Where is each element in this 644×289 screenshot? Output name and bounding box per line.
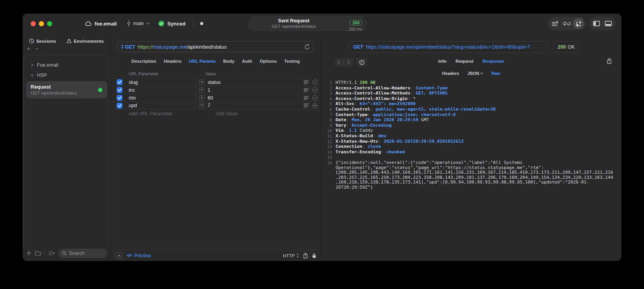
close-window-button[interactable] — [31, 21, 36, 26]
response-tab-request[interactable]: Request — [456, 59, 473, 64]
response-tab-response[interactable]: Response — [482, 59, 504, 64]
param-row[interactable]: inc = 1 — [111, 86, 321, 94]
request-tab-description[interactable]: Description — [131, 59, 156, 64]
sent-url-box[interactable]: GET https://statuspage.me/api/embed/stat… — [348, 41, 547, 53]
remove-param-button[interactable] — [312, 87, 317, 93]
request-tab-headers[interactable]: Headers — [164, 59, 181, 64]
equals-icon: = — [199, 87, 204, 93]
remove-param-button[interactable] — [312, 80, 317, 85]
import-export-button[interactable] — [573, 18, 584, 29]
resend-button[interactable] — [305, 44, 310, 50]
add-param-placeholder[interactable]: Add URL Parameter — [129, 111, 196, 116]
branch-selector[interactable]: main — [127, 20, 150, 27]
response-line: 5Alt-Svc: h3=":443"; ma=2592000 — [323, 102, 616, 107]
format-lines-icon[interactable] — [304, 88, 309, 92]
request-tabs: DescriptionHeadersURL ParamsBodyAuthOpti… — [111, 59, 321, 64]
format-lines-icon[interactable] — [304, 104, 309, 107]
request-tab-auth[interactable]: Auth — [242, 59, 252, 64]
param-value[interactable]: status — [208, 80, 304, 85]
param-checkbox[interactable] — [117, 95, 122, 101]
line-content: X-Status-Build: dev — [336, 134, 616, 139]
param-checkbox[interactable] — [117, 79, 122, 85]
tree-item-hsp[interactable]: HSP — [24, 70, 109, 80]
response-line: 11X-Status-Build: dev — [323, 134, 616, 139]
url-params-table: URL Parameter Value slug = status inc = — [111, 69, 321, 118]
response-line: 14Transfer-Encoding: chunked — [323, 150, 616, 155]
response-status-text: OK — [568, 44, 575, 50]
format-lines-icon[interactable] — [304, 96, 309, 100]
param-checkbox[interactable] — [117, 103, 122, 109]
url-input[interactable]: https://statuspage.me/api/embed/status — [138, 44, 302, 50]
param-value[interactable]: 1 — [208, 87, 304, 93]
filter-list-button[interactable] — [49, 251, 55, 256]
format-lines-icon[interactable] — [304, 80, 309, 84]
remove-param-button[interactable] — [312, 95, 317, 100]
param-row[interactable]: slug = status — [111, 78, 321, 86]
response-body[interactable]: 1HTTP/1.1 200 OK2Access-Control-Allow-He… — [321, 80, 621, 190]
request-tab-testing[interactable]: Testing — [284, 59, 300, 64]
remove-param-button[interactable] — [312, 103, 317, 108]
request-item-subtitle: GET /api/embed/status — [31, 91, 102, 95]
line-number: 9 — [323, 123, 332, 129]
panel-bottom-icon — [605, 21, 612, 26]
project-menu[interactable]: foe.email — [85, 21, 117, 27]
search-placeholder: Search — [69, 251, 85, 256]
new-folder-button[interactable] — [35, 251, 41, 256]
search-input[interactable]: Search — [58, 249, 107, 258]
chevron-down-icon — [146, 22, 150, 25]
add-param-row[interactable]: Add URL Parameter Add Value — [111, 109, 321, 118]
tree-chevron-icon[interactable] — [31, 74, 34, 77]
param-row-actions — [304, 87, 321, 93]
param-name[interactable]: upd — [129, 103, 196, 108]
response-subtab-raw[interactable]: Raw — [491, 71, 500, 76]
param-row[interactable]: upd = 7 — [111, 102, 321, 109]
request-tab-body[interactable]: Body — [223, 59, 235, 64]
sync-label: Synced — [167, 21, 185, 27]
request-list-item[interactable]: Request GET /api/embed/status — [26, 81, 107, 98]
sessions-tree: Foe.email HSP — [24, 60, 109, 80]
sync-status[interactable]: Synced — [158, 20, 185, 27]
param-checkbox[interactable] — [117, 87, 122, 93]
method-selector[interactable]: GET — [121, 44, 135, 50]
param-name[interactable]: slug — [129, 80, 196, 85]
tree-item-foe-email[interactable]: Foe.email — [24, 60, 109, 70]
param-value-cell[interactable]: = 60 — [196, 94, 321, 102]
param-value[interactable]: 7 — [208, 103, 304, 108]
new-request-button[interactable] — [26, 251, 31, 256]
param-value-cell[interactable]: = 1 — [196, 86, 321, 94]
toggle-sidebar-button[interactable] — [591, 18, 602, 29]
toggle-bottom-panel-button[interactable] — [603, 18, 614, 29]
remove-session-button[interactable]: − — [35, 46, 39, 51]
param-name[interactable]: inc — [129, 87, 196, 93]
http-version-selector[interactable]: HTTP — [283, 253, 299, 258]
export-list-button[interactable] — [549, 18, 560, 29]
request-tab-options[interactable]: Options — [260, 59, 277, 64]
param-row[interactable]: rtm = 60 — [111, 94, 321, 102]
sessions-panel: Foe.email HSP Request GET /api/embed/sta… — [24, 55, 109, 246]
response-tab-info[interactable]: Info — [438, 59, 447, 64]
tab-sessions[interactable]: Sessions — [29, 38, 56, 44]
request-summary-pill[interactable]: Sent Request GET /api/embed/status 200 2… — [248, 16, 367, 31]
export-response-button[interactable] — [607, 58, 612, 64]
response-subtab-json[interactable]: JSON — [467, 71, 483, 76]
tab-environments[interactable]: Environments — [66, 38, 104, 44]
param-value-cell[interactable]: = 7 — [196, 102, 321, 109]
share-request-button[interactable] — [303, 253, 308, 258]
add-value-placeholder[interactable]: Add Value — [215, 111, 238, 116]
add-session-button[interactable]: + — [27, 46, 30, 51]
param-value-cell[interactable]: = status — [196, 78, 321, 86]
response-subtab-headers[interactable]: Headers — [442, 71, 459, 76]
tree-chevron-icon[interactable] — [31, 64, 34, 67]
param-name[interactable]: rtm — [129, 95, 196, 101]
expand-panel-button[interactable] — [115, 252, 123, 259]
preview-button[interactable]: </> Preview — [127, 253, 151, 258]
request-url-bar[interactable]: GET https://statuspage.me/api/embed/stat… — [117, 41, 314, 52]
minimize-window-button[interactable] — [39, 21, 44, 26]
flow-sync-button[interactable] — [561, 18, 572, 29]
request-tab-url-params[interactable]: URL Params — [189, 59, 216, 64]
param-value[interactable]: 60 — [208, 95, 304, 101]
line-content: Cache-Control: public, max-age=15, stale… — [336, 107, 616, 113]
zoom-window-button[interactable] — [47, 21, 52, 26]
synced-check-icon — [158, 20, 164, 27]
column-header-value: Value — [205, 71, 216, 76]
